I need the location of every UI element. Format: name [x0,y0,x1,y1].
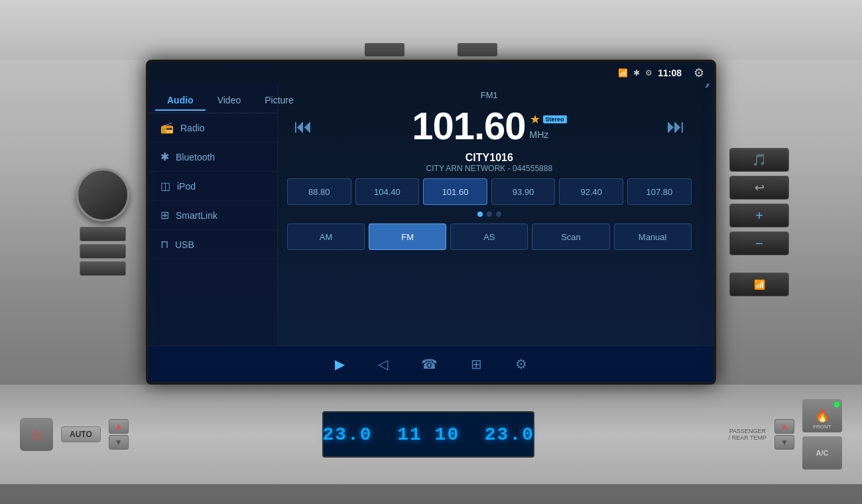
temp-down-right[interactable]: ▼ [774,435,794,450]
climate-right: PASSENGER / REAR TEMP ▲ ▼ 🔥 FRONT A/C [729,399,842,470]
seat-heat-button[interactable]: 🔥 FRONT [802,399,842,432]
am-button[interactable]: AM [287,223,365,250]
ac-indicator-dot [834,402,839,407]
left-btn-1[interactable] [80,227,126,241]
temp-arrows-right: ▲ ▼ [774,419,794,450]
signal-icon: ⚙ [645,68,652,78]
right-btn-back[interactable]: ↩ [729,176,789,200]
nav-radio[interactable]: 📻 Radio [149,113,277,143]
left-button-group [80,227,126,276]
apps-nav-icon[interactable]: ⊞ [471,356,482,372]
as-button[interactable]: AS [450,223,528,250]
vent-left [365,43,404,56]
preset-5[interactable]: 92.40 [559,178,623,205]
fm-button[interactable]: FM [369,223,446,250]
dot-2[interactable] [487,212,492,217]
mhz-label: MHz [530,129,549,140]
tab-audio[interactable]: Audio [155,90,206,111]
top-bezel [0,0,862,60]
nav-usb-label: USB [175,239,194,250]
top-tabs: Audio Video Picture [149,87,277,113]
nav-radio-label: Radio [180,123,205,133]
infotainment-screen: 📶 ✱ ⚙ 11:08 ⚙ Audio Video Picture [146,60,716,385]
scan-button[interactable]: Scan [532,223,609,250]
prev-station-button[interactable]: ⏮ [294,115,312,137]
bluetooth-status-icon: ✱ [633,68,640,78]
ac-button[interactable]: A/C [802,436,842,470]
presets-row: 88.80 104.40 101.60 93.90 92.40 107.80 [287,177,692,206]
climate-display: 23.0 11 10 23.0 [322,411,534,458]
tab-picture[interactable]: Picture [253,90,306,111]
mode-buttons: AM FM AS Scan Manual [287,222,692,251]
nav-ipod[interactable]: ◫ iPod [149,172,277,201]
right-panel: 🎵 ↩ + − 📶 [716,141,802,303]
radio-icon: 📻 [160,121,174,134]
top-vents [365,43,497,56]
bluetooth-nav-icon: ✱ [160,151,169,163]
preset-4[interactable]: 93.90 [491,178,556,205]
front-label: FRONT [802,424,842,430]
nav-smartlink-label: SmartLink [176,210,217,221]
nav-usb[interactable]: ⊓ USB [149,230,277,259]
phone-nav-icon[interactable]: ☎ [421,356,438,372]
left-btn-2[interactable] [80,244,126,259]
ipod-icon: ◫ [160,180,170,192]
right-btn-1[interactable]: 🎵 [729,148,789,172]
wifi-icon: 📶 [618,68,628,78]
content-area: Audio Video Picture 📻 Radio ✱ Bluetooth [149,84,713,346]
preset-3[interactable]: 101.60 [423,178,487,205]
left-panel [60,162,146,283]
temp-up-right[interactable]: ▲ [774,419,794,434]
nav-ipod-label: iPod [177,181,196,192]
tab-video[interactable]: Video [206,90,253,111]
right-btn-plus[interactable]: + [729,204,789,227]
usb-icon: ⊓ [160,238,168,251]
auto-climate-button[interactable]: AUTO [61,426,101,442]
source-label: FM1 [287,90,692,100]
passenger-rear-label: PASSENGER / REAR TEMP [729,428,767,441]
preset-6[interactable]: 107.80 [627,178,692,205]
climate-display-text: 23.0 11 10 23.0 [322,424,534,445]
vent-right [458,43,497,56]
frequency-display: 101.60 ★ Stereo MHz [412,107,566,145]
sidebar-nav: Audio Video Picture 📻 Radio ✱ Bluetooth [149,84,278,346]
nav-bluetooth-label: Bluetooth [176,152,215,162]
favorite-star-icon[interactable]: ★ [530,112,540,127]
smartlink-icon: ⊞ [160,209,169,221]
dot-1[interactable] [477,212,483,217]
auto-label: AUTO [61,426,101,442]
hazard-button[interactable]: ⚠ [20,418,53,451]
temp-down-left[interactable]: ▼ [109,435,129,450]
screen-row: 📶 ✱ ⚙ 11:08 ⚙ Audio Video Picture [0,60,862,385]
left-volume-knob[interactable] [76,168,129,221]
station-name: CITY1016 [287,152,692,164]
temp-up-left[interactable]: ▲ [109,419,129,434]
station-sub: CITY ARN NETWORK - 044555888 [287,164,692,173]
status-time: 11:08 [658,68,682,78]
navigation-nav-icon[interactable]: ◁ [378,356,388,372]
frequency-row: ⏮ 101.60 ★ Stereo MHz [287,104,692,148]
preset-2[interactable]: 104.40 [355,178,420,205]
nav-smartlink[interactable]: ⊞ SmartLink [149,201,277,230]
settings-gear-icon[interactable]: ⚙ [694,66,704,80]
manual-button[interactable]: Manual [614,223,692,250]
next-station-button[interactable]: ⏭ [666,115,685,137]
climate-left: ⚠ AUTO ▲ ▼ [20,418,129,451]
right-btn-minus[interactable]: − [729,231,789,255]
preset-1[interactable]: 88.80 [287,178,351,205]
settings-nav-icon[interactable]: ⚙ [515,356,527,372]
left-btn-3[interactable] [80,261,126,276]
frequency-meta: ★ Stereo MHz [530,107,567,140]
dot-3[interactable] [496,212,501,217]
car-dashboard: 📶 ✱ ⚙ 11:08 ⚙ Audio Video Picture [0,0,862,504]
temp-arrows-left: ▲ ▼ [109,419,129,450]
stereo-badge: Stereo [543,115,567,123]
climate-controls: ⚠ AUTO ▲ ▼ 23.0 11 10 23.0 PASSENGER / R… [0,385,862,484]
frequency-number: 101.60 [412,107,525,145]
nav-bluetooth[interactable]: ✱ Bluetooth [149,143,277,172]
scroll-right-button[interactable]: › [701,84,713,215]
status-bar: 📶 ✱ ⚙ 11:08 ⚙ [149,62,713,84]
usb-port-right[interactable]: 📶 [729,273,789,296]
page-dots [287,210,692,218]
play-nav-icon[interactable]: ▶ [335,356,345,372]
